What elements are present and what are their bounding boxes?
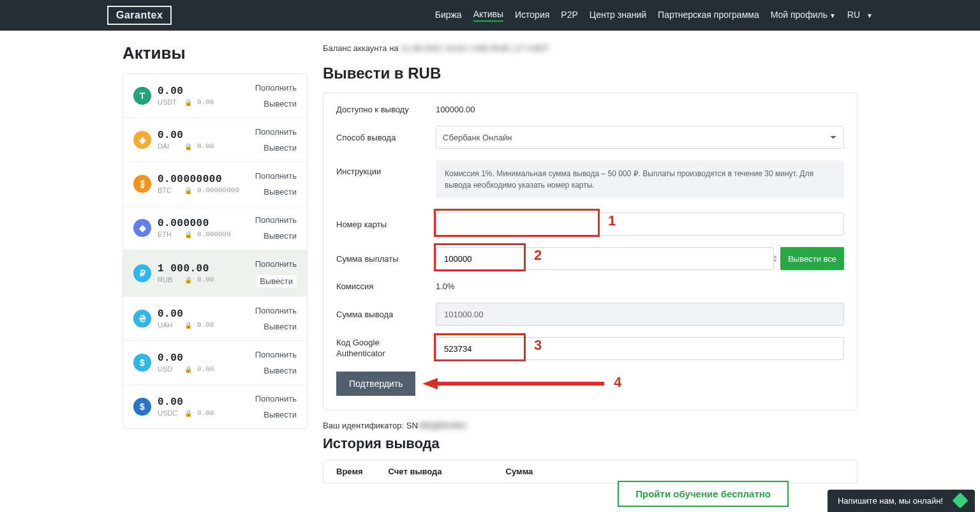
deposit-action[interactable]: Пополнить — [255, 171, 297, 181]
number-spinner-icon[interactable]: ▲▼ — [773, 254, 778, 263]
value-available: 100000.00 — [436, 105, 844, 114]
withdraw-action[interactable]: Вывести — [264, 231, 297, 241]
deposit-action[interactable]: Пополнить — [255, 306, 297, 315]
asset-locked: 0.00 — [197, 276, 214, 283]
nav-p2p[interactable]: P2P — [561, 10, 577, 21]
asset-icon: ◈ — [133, 131, 151, 149]
history-col-account: Счет вывода — [389, 467, 442, 476]
card-input[interactable] — [436, 213, 844, 236]
withdraw-action[interactable]: Вывести — [256, 275, 297, 287]
lock-icon: 🔒 — [184, 410, 192, 417]
nav-lang[interactable]: RU▼ — [847, 10, 873, 21]
asset-locked: 0.00 — [197, 321, 214, 329]
nav-affiliate[interactable]: Партнерская программа — [658, 10, 759, 21]
asset-symbol: ETH — [158, 230, 179, 238]
value-fee: 1.0% — [436, 282, 844, 291]
asset-icon: $ — [133, 354, 151, 372]
label-amount: Сумма выплаты — [336, 254, 426, 264]
asset-symbol: BTC — [158, 186, 179, 194]
asset-row-usdc[interactable]: $0.00USDC🔒0.00ПополнитьВывести — [123, 385, 307, 428]
asset-icon: $ — [133, 398, 151, 416]
lock-icon: 🔒 — [184, 276, 192, 283]
lock-icon: 🔒 — [184, 322, 192, 329]
withdraw-action[interactable]: Вывести — [264, 187, 297, 197]
label-available: Доступно к выводу — [336, 105, 426, 114]
deposit-action[interactable]: Пополнить — [255, 259, 297, 269]
asset-row-rub[interactable]: ₽1 000.00RUB🔒0.00ПополнитьВывести — [123, 250, 307, 297]
nav-knowledge[interactable]: Центр знаний — [590, 10, 646, 21]
asset-symbol: UAH — [158, 321, 179, 329]
nav-history[interactable]: История — [515, 10, 549, 21]
annotation-step-1: 1 — [608, 213, 616, 229]
asset-locked: 0.00 — [197, 365, 214, 373]
method-select[interactable]: Сбербанк Онлайн — [436, 126, 844, 149]
asset-locked: 0.00000000 — [197, 186, 239, 194]
history-header-row: Время Счет вывода Сумма — [323, 460, 858, 483]
asset-icon: ◆ — [133, 219, 151, 237]
confirm-button[interactable]: Подтвердить — [336, 372, 415, 396]
page-title: Активы — [122, 43, 308, 63]
withdraw-action[interactable]: Вывести — [264, 366, 297, 375]
asset-locked: 0.000000 — [197, 230, 231, 238]
history-col-sum: Сумма — [506, 467, 533, 476]
label-method: Способ вывода — [336, 133, 426, 142]
asset-amount: 0.00000000 — [158, 174, 255, 185]
asset-amount: 0.00 — [158, 86, 255, 97]
withdraw-action[interactable]: Вывести — [264, 322, 297, 331]
deposit-action[interactable]: Пополнить — [255, 350, 297, 359]
asset-row-btc[interactable]: ₿0.00000000BTC🔒0.00000000ПополнитьВывест… — [123, 162, 307, 206]
label-card: Номер карты — [336, 220, 426, 229]
asset-symbol: DAI — [158, 142, 179, 150]
label-fee: Комиссия — [336, 282, 426, 291]
withdraw-action[interactable]: Вывести — [264, 99, 297, 109]
ga-code-input[interactable] — [436, 337, 844, 360]
history-col-time: Время — [336, 467, 363, 476]
asset-amount: 1 000.00 — [158, 263, 255, 275]
withdraw-all-button[interactable]: Вывести все — [780, 247, 844, 270]
asset-row-usd[interactable]: $0.00USD🔒0.00ПополнитьВывести — [123, 341, 307, 385]
assets-list: T0.00USDT🔒0.00ПополнитьВывести◈0.00DAI🔒0… — [122, 73, 308, 429]
nav-profile[interactable]: Мой профиль▼ — [771, 10, 836, 21]
deposit-action[interactable]: Пополнить — [255, 394, 297, 403]
label-instructions: Инструкции — [336, 160, 426, 176]
asset-row-dai[interactable]: ◈0.00DAI🔒0.00ПополнитьВывести — [123, 118, 307, 162]
amount-input[interactable] — [436, 247, 774, 270]
logo[interactable]: Garantex — [107, 6, 172, 25]
asset-amount: 0.00 — [158, 396, 255, 408]
asset-locked: 0.00 — [197, 409, 214, 417]
withdraw-form: Доступно к выводу 100000.00 Способ вывод… — [323, 93, 858, 410]
lock-icon: 🔒 — [184, 231, 192, 238]
withdraw-action[interactable]: Вывести — [264, 143, 297, 153]
asset-locked: 0.00 — [197, 142, 214, 150]
deposit-action[interactable]: Пополнить — [255, 215, 297, 225]
deposit-action[interactable]: Пополнить — [255, 127, 297, 137]
asset-row-usdt[interactable]: T0.00USDT🔒0.00ПополнитьВывести — [123, 74, 307, 118]
label-ga: Код Google Authenticator — [336, 338, 426, 359]
asset-symbol: RUB — [158, 276, 179, 283]
asset-amount: 0.00 — [158, 308, 255, 320]
nav-exchange[interactable]: Биржа — [435, 10, 462, 21]
annotation-arrow-icon — [422, 377, 607, 391]
lock-icon: 🔒 — [184, 143, 192, 150]
asset-row-uah[interactable]: ₴0.00UAH🔒0.00ПополнитьВывести — [123, 297, 307, 341]
asset-amount: 0.000000 — [158, 218, 255, 229]
asset-locked: 0.00 — [197, 98, 214, 106]
promo-banner[interactable]: Пройти обучение бесплатно — [618, 481, 789, 483]
instructions-text: Комиссия 1%. Минимальная сумма вывода – … — [436, 160, 844, 199]
identifier-line: Ваш идентификатор: SNHRQB5A45A — [323, 421, 858, 430]
deposit-action[interactable]: Пополнить — [255, 83, 297, 93]
asset-row-eth[interactable]: ◆0.000000ETH🔒0.000000ПополнитьВывести — [123, 206, 307, 250]
annotation-step-2: 2 — [534, 247, 542, 264]
asset-icon: ₴ — [133, 310, 151, 328]
withdraw-action[interactable]: Вывести — [264, 410, 297, 419]
svg-marker-1 — [422, 378, 438, 389]
asset-symbol: USD — [158, 365, 179, 373]
withdraw-heading: Вывести в RUB — [323, 64, 858, 82]
annotation-step-4: 4 — [614, 374, 621, 391]
label-total: Сумма вывода — [336, 310, 426, 319]
asset-icon: T — [133, 87, 151, 105]
lock-icon: 🔒 — [184, 187, 192, 194]
nav-assets[interactable]: Активы — [473, 9, 503, 22]
history-title: История вывода — [323, 435, 858, 452]
asset-amount: 0.00 — [158, 130, 255, 141]
